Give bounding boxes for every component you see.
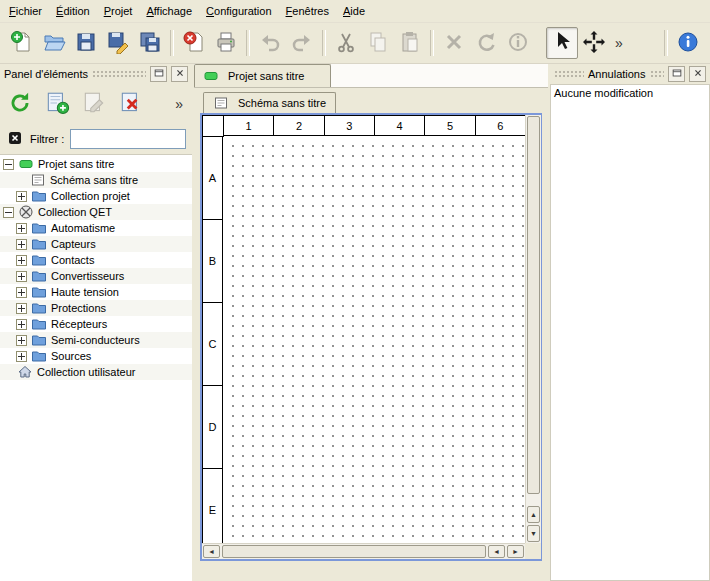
tree-item-label: Récepteurs (51, 318, 107, 330)
tree-item-schema[interactable]: Schéma sans titre (0, 172, 192, 188)
clear-filter-button[interactable] (6, 130, 24, 148)
reload-collections-button[interactable] (3, 87, 37, 121)
dock-drag-handle[interactable] (92, 70, 146, 78)
dock-float-button[interactable] (150, 66, 167, 82)
save-button[interactable] (70, 27, 102, 59)
select-mode-button[interactable] (546, 27, 578, 59)
qelectrotech-window: Fichier Édition Projet Affichage Configu… (0, 0, 710, 581)
undo-button[interactable] (254, 27, 286, 59)
new-file-button[interactable] (6, 27, 38, 59)
collapse-icon[interactable] (3, 207, 14, 218)
tree-item-label: Sources (51, 350, 91, 362)
arrow-down-icon: ▼ (530, 530, 537, 537)
vertical-scrollbar[interactable]: ▲ ▼ (525, 115, 541, 543)
ruler-row-label: E (203, 469, 223, 543)
redo-button[interactable] (286, 27, 318, 59)
delete-button[interactable] (438, 27, 470, 59)
tab-schema-sans-titre[interactable]: Schéma sans titre (203, 92, 336, 113)
expand-icon[interactable] (16, 287, 27, 298)
dock-float-button[interactable] (668, 66, 685, 82)
collapse-icon[interactable] (3, 159, 14, 170)
tree-item-contacts[interactable]: Contacts (0, 252, 192, 268)
tree-item-collection-utilisateur[interactable]: Collection utilisateur (0, 364, 192, 380)
tree-item-automatisme[interactable]: Automatisme (0, 220, 192, 236)
scroll-down-button[interactable]: ▼ (527, 525, 540, 542)
toolbar-separator (322, 30, 326, 56)
scroll-up-button[interactable]: ▲ (527, 506, 540, 523)
menu-configuration[interactable]: Configuration (199, 2, 278, 20)
tree-item-haute-tension[interactable]: Haute tension (0, 284, 192, 300)
info-blue-icon (676, 30, 700, 56)
menu-fenetres[interactable]: Fenêtres (279, 2, 336, 20)
element-info-button[interactable] (502, 27, 534, 59)
toolbar-separator (170, 30, 174, 56)
tree-item-collection-qet[interactable]: Collection QET (0, 204, 192, 220)
delete-element-icon (118, 90, 144, 118)
dock-close-button[interactable] (171, 66, 188, 82)
dock-drag-handle[interactable] (554, 70, 584, 78)
menu-projet[interactable]: Projet (97, 2, 140, 20)
expand-icon[interactable] (16, 351, 27, 362)
tree-item-projet[interactable]: Projet sans titre (0, 156, 192, 172)
expand-icon[interactable] (16, 335, 27, 346)
copy-button[interactable] (362, 27, 394, 59)
cross-icon (442, 30, 466, 56)
schema-grid-area[interactable] (224, 137, 525, 543)
dock-close-button[interactable] (689, 66, 706, 82)
about-button[interactable] (672, 27, 704, 59)
paste-button[interactable] (394, 27, 426, 59)
horizontal-scroll-thumb[interactable] (222, 545, 486, 558)
cut-button[interactable] (330, 27, 362, 59)
tree-item-label: Projet sans titre (38, 158, 114, 170)
panel-overflow-button[interactable]: » (170, 96, 189, 112)
expand-icon[interactable] (16, 223, 27, 234)
vertical-scroll-thumb[interactable] (527, 116, 540, 494)
dock-drag-handle[interactable] (650, 70, 665, 78)
close-file-button[interactable] (178, 27, 210, 59)
menu-aide[interactable]: Aide (336, 2, 372, 20)
tree-item-protections[interactable]: Protections (0, 300, 192, 316)
new-element-button[interactable] (40, 87, 74, 121)
toolbar-overflow-button[interactable]: » (610, 35, 628, 51)
scroll-left-button[interactable]: ◄ (203, 545, 220, 558)
tree-item-convertisseurs[interactable]: Convertisseurs (0, 268, 192, 284)
undo-panel-title: Annulations (588, 68, 646, 80)
reload-green-icon (7, 90, 33, 118)
scroll-left-button-2[interactable]: ◄ (488, 545, 505, 558)
clipboard-icon (398, 30, 422, 56)
edit-element-button[interactable] (77, 87, 111, 121)
tree-item-capteurs[interactable]: Capteurs (0, 236, 192, 252)
delete-element-button[interactable] (114, 87, 148, 121)
tree-item-recepteurs[interactable]: Récepteurs (0, 316, 192, 332)
pan-mode-button[interactable] (578, 27, 610, 59)
menu-affichage[interactable]: Affichage (139, 2, 199, 20)
vertical-scroll-track[interactable] (526, 495, 541, 505)
expand-icon[interactable] (16, 271, 27, 282)
expand-icon[interactable] (16, 191, 27, 202)
save-all-button[interactable] (134, 27, 166, 59)
column-ruler: 1 2 3 4 5 6 (224, 116, 525, 136)
drawing-canvas[interactable]: 1 2 3 4 5 6 A B C D (202, 115, 525, 543)
tree-item-collection-projet[interactable]: Collection projet (0, 188, 192, 204)
tab-projet-sans-titre[interactable]: Projet sans titre (194, 64, 331, 87)
schema-editor: 1 2 3 4 5 6 A B C D (200, 113, 542, 561)
menu-edition[interactable]: Édition (49, 2, 97, 20)
open-file-button[interactable] (38, 27, 70, 59)
filter-input[interactable] (70, 129, 186, 149)
main-area: Panel d'éléments » Filtrer : Projet sans… (0, 64, 710, 581)
expand-icon[interactable] (16, 303, 27, 314)
floppy-icon (74, 30, 98, 56)
expand-icon[interactable] (16, 255, 27, 266)
expand-icon[interactable] (16, 239, 27, 250)
print-button[interactable] (210, 27, 242, 59)
save-as-button[interactable] (102, 27, 134, 59)
horizontal-scrollbar[interactable]: ◄ ◄ ► (202, 543, 525, 559)
tree-item-semi-conducteurs[interactable]: Semi-conducteurs (0, 332, 192, 348)
ruler-row-label: D (203, 386, 223, 469)
rotate-button[interactable] (470, 27, 502, 59)
toolbar-separator (664, 30, 668, 56)
scroll-right-button[interactable]: ► (507, 545, 524, 558)
tree-item-sources[interactable]: Sources (0, 348, 192, 364)
menu-fichier[interactable]: Fichier (2, 2, 49, 20)
expand-icon[interactable] (16, 319, 27, 330)
